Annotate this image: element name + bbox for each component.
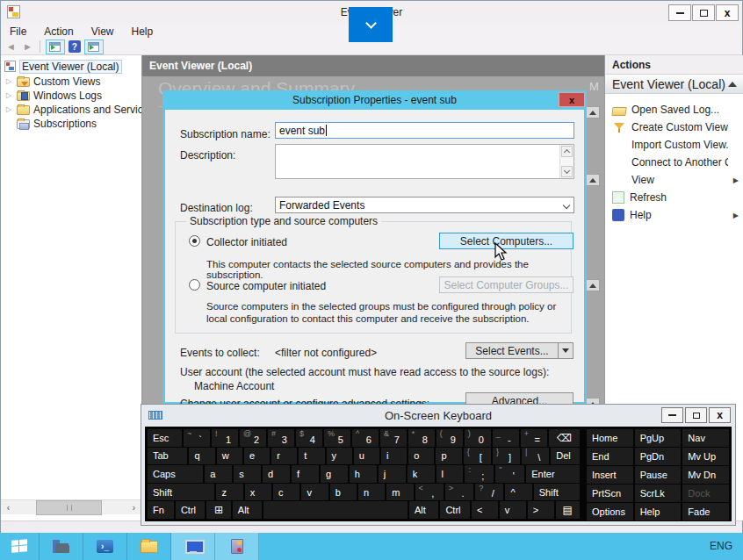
osk-key[interactable]: #3 bbox=[268, 429, 294, 447]
destination-log-select[interactable]: Forwarded Events bbox=[275, 197, 574, 213]
back-arrow-icon[interactable]: ◄ bbox=[4, 41, 18, 52]
osk-key[interactable]: s bbox=[234, 465, 261, 483]
osk-key[interactable]: l bbox=[436, 465, 464, 483]
osk-key[interactable]: ⊞ bbox=[206, 501, 230, 519]
menu-item[interactable]: View bbox=[83, 25, 123, 38]
osk-key[interactable]: ▤ bbox=[556, 501, 580, 519]
osk-nav-key[interactable]: Dock bbox=[682, 485, 729, 502]
section-collapse-button[interactable] bbox=[586, 106, 600, 118]
osk-key[interactable]: > bbox=[528, 501, 554, 519]
osk-key[interactable]: Enter bbox=[526, 465, 580, 483]
osk-key[interactable]: v bbox=[500, 501, 526, 519]
start-button[interactable] bbox=[0, 533, 40, 560]
osk-key[interactable]: !1 bbox=[212, 429, 238, 447]
menu-item[interactable]: Action bbox=[35, 25, 82, 38]
forward-arrow-icon[interactable]: ► bbox=[21, 41, 34, 52]
osk-key[interactable]: q bbox=[189, 448, 214, 465]
osk-key[interactable]: += bbox=[521, 429, 547, 447]
osk-key[interactable] bbox=[263, 501, 408, 519]
expander-icon[interactable]: ▷ bbox=[6, 77, 13, 85]
source-computer-initiated-radio[interactable] bbox=[189, 279, 200, 291]
osk-key[interactable]: ⌫ bbox=[549, 429, 580, 447]
actions-section-header[interactable]: Event Viewer (Local) bbox=[605, 75, 743, 94]
osk-key[interactable]: z bbox=[216, 484, 242, 501]
osk-key[interactable]: (9 bbox=[436, 429, 463, 447]
section-collapse-button[interactable] bbox=[586, 279, 600, 291]
server-manager-taskbar-button[interactable] bbox=[40, 533, 83, 560]
scrollbar-track[interactable] bbox=[16, 500, 126, 515]
osk-maximize-button[interactable] bbox=[685, 407, 707, 423]
tree-item[interactable]: ▷ Custom Views bbox=[1, 75, 141, 88]
select-computer-groups-button[interactable]: Select Computer Groups... bbox=[439, 276, 573, 293]
osk-nav-key[interactable]: PgDn bbox=[635, 448, 682, 465]
osk-key[interactable]: j bbox=[379, 465, 406, 483]
scroll-down-icon[interactable] bbox=[561, 166, 573, 177]
toolbar-help-icon[interactable]: ? bbox=[69, 40, 81, 53]
osk-key[interactable]: c bbox=[273, 484, 299, 501]
osk-key[interactable]: Shift bbox=[534, 484, 580, 501]
osk-key[interactable]: |\ bbox=[522, 448, 549, 465]
osk-key[interactable]: v bbox=[301, 484, 328, 501]
osk-minimize-button[interactable] bbox=[661, 407, 683, 423]
osk-key[interactable]: $4 bbox=[296, 429, 322, 447]
osk-key[interactable]: n bbox=[358, 484, 385, 501]
tree-item[interactable]: ▷ Windows Logs bbox=[1, 89, 141, 102]
osk-key[interactable]: <, bbox=[415, 484, 444, 501]
osk-nav-key[interactable]: Mv Up bbox=[682, 448, 729, 465]
osk-key[interactable]: Alt bbox=[409, 501, 438, 519]
menu-item[interactable]: Help bbox=[123, 25, 162, 38]
osk-key[interactable]: "' bbox=[495, 465, 524, 483]
osk-key[interactable]: Ctrl bbox=[176, 501, 205, 519]
select-events-button[interactable]: Select Events... bbox=[465, 342, 573, 359]
action-item[interactable]: Connect to Another C... ▶ bbox=[605, 154, 743, 171]
touch-keyboard-dropdown-button[interactable] bbox=[349, 7, 393, 42]
osk-key[interactable]: o bbox=[408, 448, 434, 465]
osk-key[interactable]: Fn bbox=[148, 501, 174, 519]
dialog-close-button[interactable]: x bbox=[559, 92, 585, 107]
osk-key[interactable]: Alt bbox=[233, 501, 262, 519]
osk-key[interactable]: < bbox=[472, 501, 498, 519]
osk-key[interactable]: ^6 bbox=[352, 429, 379, 447]
section-collapse-button[interactable] bbox=[586, 174, 600, 186]
osk-key[interactable]: p bbox=[436, 448, 461, 465]
osk-key[interactable]: ^ bbox=[505, 484, 531, 501]
description-input[interactable] bbox=[275, 144, 574, 179]
collector-initiated-radio[interactable] bbox=[189, 235, 200, 247]
action-item[interactable]: View ▶ bbox=[605, 171, 743, 189]
osk-nav-key[interactable]: Mv Dn bbox=[682, 466, 729, 484]
osk-key[interactable]: r bbox=[271, 448, 297, 465]
osk-key[interactable]: Esc bbox=[148, 429, 182, 447]
osk-key[interactable]: _- bbox=[493, 429, 519, 447]
powershell-taskbar-button[interactable]: ›_ bbox=[83, 533, 127, 560]
tree-item[interactable]: ▷ Subscriptions bbox=[1, 117, 141, 130]
osk-key[interactable]: {[ bbox=[464, 448, 491, 465]
osk-key[interactable]: :; bbox=[465, 465, 494, 483]
osk-key[interactable]: ?/ bbox=[475, 484, 503, 501]
osk-key[interactable]: Tab bbox=[148, 448, 187, 465]
scroll-left-icon[interactable]: ‹ bbox=[1, 500, 16, 515]
osk-nav-key[interactable]: Nav bbox=[682, 429, 729, 447]
language-indicator[interactable]: ENG bbox=[710, 540, 732, 552]
osk-key[interactable]: @2 bbox=[240, 429, 266, 447]
osk-nav-key[interactable]: End bbox=[587, 448, 633, 465]
osk-nav-key[interactable]: PrtScn bbox=[587, 485, 633, 502]
close-button[interactable]: x bbox=[716, 4, 739, 21]
menu-item[interactable]: File bbox=[1, 25, 35, 38]
show-console-tree-button[interactable] bbox=[46, 39, 65, 54]
osk-key[interactable]: x bbox=[245, 484, 271, 501]
osk-key[interactable]: &7 bbox=[380, 429, 407, 447]
action-item[interactable]: Create Custom View... ▶ bbox=[605, 118, 743, 136]
osk-key[interactable]: )0 bbox=[465, 429, 491, 447]
collapse-arrow-icon[interactable] bbox=[728, 82, 737, 87]
horizontal-scrollbar[interactable]: ‹ › bbox=[1, 499, 141, 514]
action-item[interactable]: Help ▶ bbox=[605, 206, 743, 224]
textarea-scrollbar[interactable] bbox=[559, 145, 573, 178]
osk-key[interactable]: w bbox=[217, 448, 242, 465]
action-item[interactable]: Refresh ▶ bbox=[605, 189, 743, 206]
osk-nav-key[interactable]: Insert bbox=[587, 466, 633, 484]
osk-nav-key[interactable]: Help bbox=[635, 503, 682, 521]
osk-key[interactable]: i bbox=[381, 448, 407, 465]
osk-key[interactable]: u bbox=[354, 448, 379, 465]
osk-key[interactable]: Ctrl bbox=[440, 501, 469, 519]
tree-item[interactable]: ▷ Applications and Services Lo bbox=[1, 103, 141, 116]
